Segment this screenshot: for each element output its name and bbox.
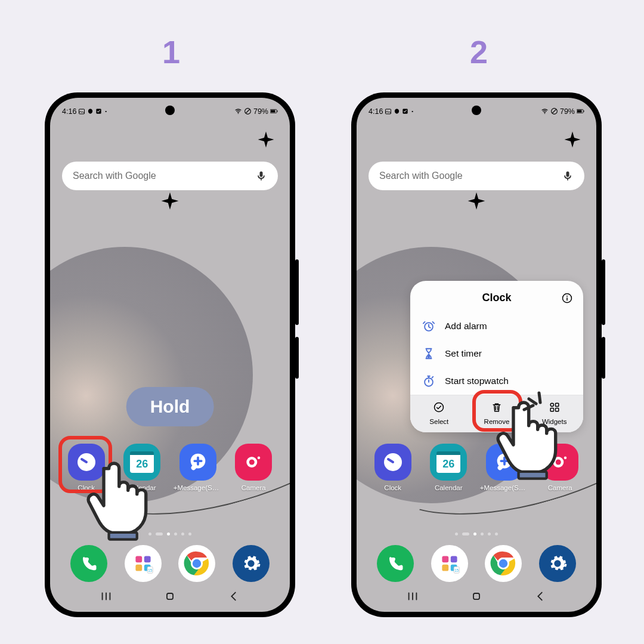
hold-tooltip: Hold (126, 387, 214, 426)
sparkle-icon (564, 131, 581, 148)
search-placeholder: Search with Google (73, 171, 156, 181)
screen-1: 4:16 • 79% Search with Google (50, 98, 290, 612)
message-icon (187, 451, 209, 473)
dock: 15 (50, 545, 290, 582)
step-number-1: 1 (162, 33, 180, 70)
sparkle-icon (160, 191, 179, 210)
battery-icon (270, 107, 278, 115)
battery-percent: 79% (253, 107, 268, 116)
svg-rect-24 (135, 556, 142, 562)
gear-icon (241, 553, 261, 574)
gear-icon (547, 553, 568, 574)
image-icon (78, 108, 85, 115)
svg-line-52 (539, 393, 540, 402)
nav-recents[interactable] (406, 590, 419, 603)
wifi-icon (541, 107, 549, 115)
pointer-hand-icon (83, 453, 160, 542)
svg-line-51 (529, 399, 536, 404)
dock-phone[interactable] (70, 545, 107, 582)
battery-icon (577, 107, 584, 115)
app-calendar[interactable]: 26 Calendar (424, 444, 473, 491)
status-time: 4:16 (62, 107, 76, 116)
more-dot: • (411, 109, 413, 114)
popup-item-label: Add alarm (445, 321, 487, 332)
dock-phone[interactable] (377, 545, 414, 582)
nav-bar (50, 587, 290, 606)
tap-lines-icon (521, 391, 551, 417)
chrome-icon (183, 550, 210, 577)
page-indicator[interactable] (357, 532, 596, 535)
popup-item-label: Set timer (445, 348, 482, 359)
dock-chrome[interactable] (178, 545, 215, 582)
dock-settings[interactable] (539, 545, 576, 582)
apps-icon: 15 (439, 553, 460, 574)
check-circle-icon (433, 401, 445, 413)
dock: 15 (357, 545, 596, 582)
svg-line-50 (524, 405, 533, 410)
phone-icon (80, 555, 98, 572)
nav-bar (357, 587, 596, 606)
clock-icon (381, 450, 405, 474)
phone-icon (386, 555, 404, 572)
leaf-icon (394, 108, 400, 114)
google-search-bar[interactable]: Search with Google (62, 162, 278, 190)
phone-mockup-2: 4:16 • 79% Search with Google (351, 92, 602, 617)
more-dot: • (105, 109, 107, 114)
sparkle-icon (257, 131, 275, 148)
popup-item-label: Start stopwatch (445, 376, 509, 386)
check-icon (402, 108, 408, 114)
sparkle-icon (467, 191, 486, 210)
mic-icon[interactable] (255, 170, 267, 182)
svg-point-18 (238, 113, 239, 114)
dock-apps[interactable]: 15 (431, 545, 468, 582)
nav-back[interactable] (534, 590, 547, 603)
popup-item-add-alarm[interactable]: Add alarm (410, 312, 583, 340)
svg-rect-42 (451, 556, 457, 562)
screen-2: 4:16 • 79% Search with Google (357, 98, 596, 612)
svg-text:15: 15 (148, 568, 153, 572)
svg-rect-26 (135, 565, 142, 571)
chrome-icon (490, 550, 517, 577)
search-placeholder: Search with Google (379, 171, 463, 181)
popup-action-select[interactable]: Select (410, 395, 468, 432)
image-icon (385, 108, 392, 115)
svg-text:15: 15 (454, 568, 459, 572)
svg-rect-43 (442, 565, 448, 571)
camera-hole (165, 106, 175, 115)
app-clock[interactable]: Clock (369, 444, 417, 491)
nav-home[interactable] (163, 590, 177, 603)
info-icon[interactable] (562, 293, 572, 304)
svg-point-22 (249, 460, 255, 465)
google-search-bar[interactable]: Search with Google (369, 162, 584, 190)
nav-recents[interactable] (100, 590, 113, 603)
apps-icon: 15 (132, 553, 154, 574)
alarm-icon (422, 320, 435, 333)
mic-icon[interactable] (562, 170, 574, 182)
dock-apps[interactable]: 15 (125, 545, 162, 582)
svg-point-23 (258, 457, 261, 460)
app-label: Clock (369, 484, 417, 491)
no-internet-icon (550, 107, 558, 115)
wifi-icon (234, 107, 242, 115)
leaf-icon (87, 108, 94, 114)
popup-title: Clock (432, 292, 562, 304)
nav-back[interactable] (227, 590, 240, 603)
camera-hole (472, 106, 481, 115)
svg-point-35 (544, 113, 546, 114)
nav-home[interactable] (470, 590, 483, 603)
stopwatch-icon (422, 374, 435, 388)
app-camera[interactable]: Camera (229, 444, 278, 491)
battery-percent: 79% (560, 107, 575, 116)
app-message[interactable]: +Message(SM… (174, 444, 222, 491)
status-time: 4:16 (369, 107, 383, 116)
step-number-2: 2 (470, 33, 488, 70)
svg-rect-25 (144, 556, 151, 562)
dock-settings[interactable] (233, 545, 270, 582)
dock-chrome[interactable] (485, 545, 522, 582)
check-icon (95, 108, 102, 114)
action-label: Select (410, 418, 468, 425)
camera-icon (243, 451, 264, 473)
no-internet-icon (244, 107, 252, 115)
app-label: +Message(SM… (480, 484, 529, 491)
popup-item-set-timer[interactable]: Set timer (410, 340, 583, 367)
